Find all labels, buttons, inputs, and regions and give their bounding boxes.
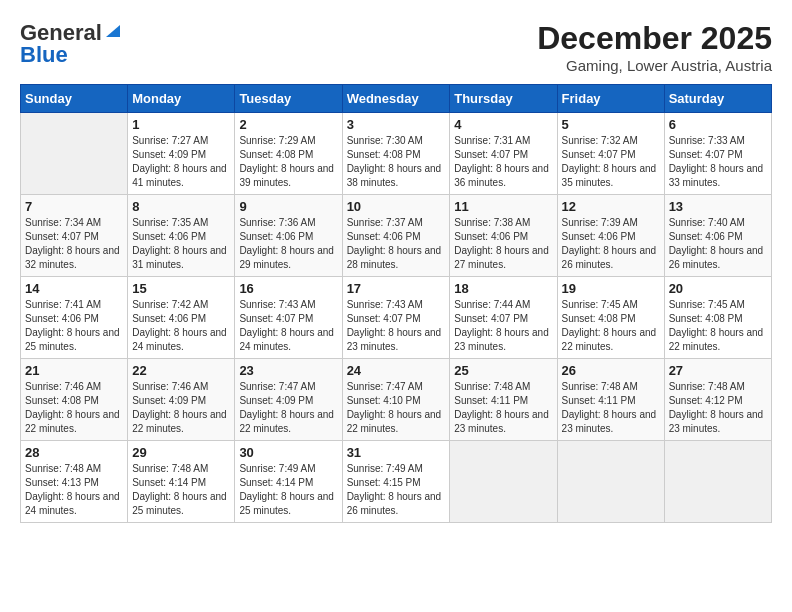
logo-blue-text: Blue: [20, 42, 68, 68]
calendar-day-cell: 24Sunrise: 7:47 AMSunset: 4:10 PMDayligh…: [342, 359, 450, 441]
day-info: Sunrise: 7:49 AMSunset: 4:15 PMDaylight:…: [347, 462, 446, 518]
calendar-day-cell: 13Sunrise: 7:40 AMSunset: 4:06 PMDayligh…: [664, 195, 771, 277]
day-number: 3: [347, 117, 446, 132]
day-number: 29: [132, 445, 230, 460]
day-number: 8: [132, 199, 230, 214]
day-info: Sunrise: 7:30 AMSunset: 4:08 PMDaylight:…: [347, 134, 446, 190]
day-number: 2: [239, 117, 337, 132]
calendar-day-cell: 22Sunrise: 7:46 AMSunset: 4:09 PMDayligh…: [128, 359, 235, 441]
calendar-day-cell: 23Sunrise: 7:47 AMSunset: 4:09 PMDayligh…: [235, 359, 342, 441]
calendar-day-cell: 15Sunrise: 7:42 AMSunset: 4:06 PMDayligh…: [128, 277, 235, 359]
day-info: Sunrise: 7:45 AMSunset: 4:08 PMDaylight:…: [669, 298, 767, 354]
calendar-day-cell: 7Sunrise: 7:34 AMSunset: 4:07 PMDaylight…: [21, 195, 128, 277]
day-number: 12: [562, 199, 660, 214]
calendar-week-row: 7Sunrise: 7:34 AMSunset: 4:07 PMDaylight…: [21, 195, 772, 277]
day-number: 30: [239, 445, 337, 460]
calendar-day-cell: 4Sunrise: 7:31 AMSunset: 4:07 PMDaylight…: [450, 113, 557, 195]
day-number: 11: [454, 199, 552, 214]
calendar-day-cell: 10Sunrise: 7:37 AMSunset: 4:06 PMDayligh…: [342, 195, 450, 277]
day-info: Sunrise: 7:39 AMSunset: 4:06 PMDaylight:…: [562, 216, 660, 272]
day-number: 21: [25, 363, 123, 378]
day-number: 18: [454, 281, 552, 296]
day-info: Sunrise: 7:43 AMSunset: 4:07 PMDaylight:…: [239, 298, 337, 354]
day-number: 26: [562, 363, 660, 378]
day-info: Sunrise: 7:35 AMSunset: 4:06 PMDaylight:…: [132, 216, 230, 272]
calendar-table: SundayMondayTuesdayWednesdayThursdayFrid…: [20, 84, 772, 523]
calendar-day-cell: 27Sunrise: 7:48 AMSunset: 4:12 PMDayligh…: [664, 359, 771, 441]
day-number: 31: [347, 445, 446, 460]
day-number: 23: [239, 363, 337, 378]
day-number: 6: [669, 117, 767, 132]
calendar-day-cell: 12Sunrise: 7:39 AMSunset: 4:06 PMDayligh…: [557, 195, 664, 277]
calendar-day-cell: [664, 441, 771, 523]
weekday-header-thursday: Thursday: [450, 85, 557, 113]
weekday-header-tuesday: Tuesday: [235, 85, 342, 113]
day-info: Sunrise: 7:37 AMSunset: 4:06 PMDaylight:…: [347, 216, 446, 272]
calendar-week-row: 1Sunrise: 7:27 AMSunset: 4:09 PMDaylight…: [21, 113, 772, 195]
calendar-day-cell: 31Sunrise: 7:49 AMSunset: 4:15 PMDayligh…: [342, 441, 450, 523]
logo: General Blue: [20, 20, 122, 68]
calendar-day-cell: [21, 113, 128, 195]
day-number: 4: [454, 117, 552, 132]
day-info: Sunrise: 7:38 AMSunset: 4:06 PMDaylight:…: [454, 216, 552, 272]
calendar-day-cell: 18Sunrise: 7:44 AMSunset: 4:07 PMDayligh…: [450, 277, 557, 359]
day-info: Sunrise: 7:36 AMSunset: 4:06 PMDaylight:…: [239, 216, 337, 272]
day-number: 16: [239, 281, 337, 296]
day-info: Sunrise: 7:31 AMSunset: 4:07 PMDaylight:…: [454, 134, 552, 190]
day-number: 9: [239, 199, 337, 214]
calendar-day-cell: 21Sunrise: 7:46 AMSunset: 4:08 PMDayligh…: [21, 359, 128, 441]
day-number: 15: [132, 281, 230, 296]
day-number: 5: [562, 117, 660, 132]
calendar-day-cell: 17Sunrise: 7:43 AMSunset: 4:07 PMDayligh…: [342, 277, 450, 359]
calendar-day-cell: 16Sunrise: 7:43 AMSunset: 4:07 PMDayligh…: [235, 277, 342, 359]
calendar-day-cell: 6Sunrise: 7:33 AMSunset: 4:07 PMDaylight…: [664, 113, 771, 195]
day-number: 28: [25, 445, 123, 460]
weekday-header-friday: Friday: [557, 85, 664, 113]
day-info: Sunrise: 7:48 AMSunset: 4:11 PMDaylight:…: [454, 380, 552, 436]
day-info: Sunrise: 7:48 AMSunset: 4:14 PMDaylight:…: [132, 462, 230, 518]
calendar-day-cell: 2Sunrise: 7:29 AMSunset: 4:08 PMDaylight…: [235, 113, 342, 195]
calendar-day-cell: 3Sunrise: 7:30 AMSunset: 4:08 PMDaylight…: [342, 113, 450, 195]
day-info: Sunrise: 7:45 AMSunset: 4:08 PMDaylight:…: [562, 298, 660, 354]
day-info: Sunrise: 7:32 AMSunset: 4:07 PMDaylight:…: [562, 134, 660, 190]
calendar-day-cell: 19Sunrise: 7:45 AMSunset: 4:08 PMDayligh…: [557, 277, 664, 359]
day-info: Sunrise: 7:48 AMSunset: 4:11 PMDaylight:…: [562, 380, 660, 436]
day-info: Sunrise: 7:47 AMSunset: 4:09 PMDaylight:…: [239, 380, 337, 436]
day-info: Sunrise: 7:42 AMSunset: 4:06 PMDaylight:…: [132, 298, 230, 354]
calendar-day-cell: 26Sunrise: 7:48 AMSunset: 4:11 PMDayligh…: [557, 359, 664, 441]
calendar-week-row: 28Sunrise: 7:48 AMSunset: 4:13 PMDayligh…: [21, 441, 772, 523]
calendar-day-cell: 25Sunrise: 7:48 AMSunset: 4:11 PMDayligh…: [450, 359, 557, 441]
calendar-day-cell: 28Sunrise: 7:48 AMSunset: 4:13 PMDayligh…: [21, 441, 128, 523]
calendar-day-cell: 14Sunrise: 7:41 AMSunset: 4:06 PMDayligh…: [21, 277, 128, 359]
location-title: Gaming, Lower Austria, Austria: [537, 57, 772, 74]
day-number: 20: [669, 281, 767, 296]
day-info: Sunrise: 7:46 AMSunset: 4:09 PMDaylight:…: [132, 380, 230, 436]
calendar-day-cell: 30Sunrise: 7:49 AMSunset: 4:14 PMDayligh…: [235, 441, 342, 523]
weekday-header-row: SundayMondayTuesdayWednesdayThursdayFrid…: [21, 85, 772, 113]
day-info: Sunrise: 7:46 AMSunset: 4:08 PMDaylight:…: [25, 380, 123, 436]
calendar-day-cell: 20Sunrise: 7:45 AMSunset: 4:08 PMDayligh…: [664, 277, 771, 359]
calendar-week-row: 21Sunrise: 7:46 AMSunset: 4:08 PMDayligh…: [21, 359, 772, 441]
day-number: 25: [454, 363, 552, 378]
day-number: 19: [562, 281, 660, 296]
day-number: 22: [132, 363, 230, 378]
calendar-day-cell: 9Sunrise: 7:36 AMSunset: 4:06 PMDaylight…: [235, 195, 342, 277]
page-header: General Blue December 2025 Gaming, Lower…: [20, 20, 772, 74]
day-info: Sunrise: 7:33 AMSunset: 4:07 PMDaylight:…: [669, 134, 767, 190]
day-info: Sunrise: 7:47 AMSunset: 4:10 PMDaylight:…: [347, 380, 446, 436]
weekday-header-wednesday: Wednesday: [342, 85, 450, 113]
day-info: Sunrise: 7:49 AMSunset: 4:14 PMDaylight:…: [239, 462, 337, 518]
day-number: 17: [347, 281, 446, 296]
title-area: December 2025 Gaming, Lower Austria, Aus…: [537, 20, 772, 74]
calendar-day-cell: 8Sunrise: 7:35 AMSunset: 4:06 PMDaylight…: [128, 195, 235, 277]
svg-marker-0: [106, 25, 120, 37]
day-number: 1: [132, 117, 230, 132]
day-info: Sunrise: 7:43 AMSunset: 4:07 PMDaylight:…: [347, 298, 446, 354]
day-info: Sunrise: 7:40 AMSunset: 4:06 PMDaylight:…: [669, 216, 767, 272]
day-info: Sunrise: 7:27 AMSunset: 4:09 PMDaylight:…: [132, 134, 230, 190]
day-number: 10: [347, 199, 446, 214]
month-title: December 2025: [537, 20, 772, 57]
calendar-day-cell: 5Sunrise: 7:32 AMSunset: 4:07 PMDaylight…: [557, 113, 664, 195]
calendar-week-row: 14Sunrise: 7:41 AMSunset: 4:06 PMDayligh…: [21, 277, 772, 359]
calendar-day-cell: 11Sunrise: 7:38 AMSunset: 4:06 PMDayligh…: [450, 195, 557, 277]
